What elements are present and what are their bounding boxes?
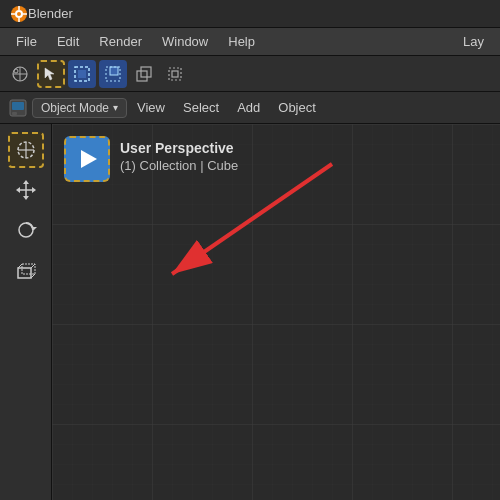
left-tools-panel <box>0 124 52 500</box>
svg-rect-22 <box>12 112 17 115</box>
viewport-text-block: User Perspective (1) Collection | Cube <box>120 136 238 173</box>
chevron-down-icon: ▾ <box>113 102 118 113</box>
select-box-icon <box>74 66 90 82</box>
svg-rect-19 <box>172 71 178 77</box>
main-area: User Perspective (1) Collection | Cube <box>0 124 500 500</box>
perspective-label: User Perspective <box>120 140 238 156</box>
svg-rect-15 <box>110 67 118 75</box>
header-object[interactable]: Object <box>270 97 324 118</box>
svg-line-37 <box>31 264 35 268</box>
cursor-tool-button[interactable] <box>8 132 44 168</box>
viewport-header-icon <box>6 96 30 120</box>
select-lasso-button[interactable] <box>99 60 127 88</box>
select-extra2-icon <box>167 66 183 82</box>
svg-point-10 <box>14 69 18 73</box>
play-icon <box>73 145 101 173</box>
select-box-button[interactable] <box>37 60 65 88</box>
svg-marker-31 <box>32 187 36 193</box>
svg-rect-21 <box>12 102 24 110</box>
svg-marker-11 <box>45 68 54 80</box>
svg-marker-30 <box>16 187 20 193</box>
svg-rect-34 <box>18 268 31 278</box>
transform-axes-button[interactable] <box>6 60 34 88</box>
collection-label: (1) Collection | Cube <box>120 158 238 173</box>
header-select[interactable]: Select <box>175 97 227 118</box>
viewport-3d[interactable]: User Perspective (1) Collection | Cube <box>52 124 500 500</box>
svg-marker-42 <box>81 150 97 168</box>
viewport-info: User Perspective (1) Collection | Cube <box>64 136 238 182</box>
viewport-mode-icon <box>64 136 110 182</box>
rotate-tool-icon <box>15 219 37 241</box>
svg-rect-16 <box>137 71 147 81</box>
select-extra1-icon <box>136 66 152 82</box>
svg-rect-17 <box>141 67 151 77</box>
toolbar <box>0 56 500 92</box>
svg-rect-18 <box>169 68 181 80</box>
svg-marker-29 <box>23 196 29 200</box>
svg-point-2 <box>17 12 21 16</box>
menu-window[interactable]: Window <box>154 31 216 52</box>
viewport-header: Object Mode ▾ View Select Add Object <box>0 92 500 124</box>
move-tool-button[interactable] <box>8 172 44 208</box>
select-extra1-button[interactable] <box>130 60 158 88</box>
menu-help[interactable]: Help <box>220 31 263 52</box>
title-bar: Blender <box>0 0 500 28</box>
menu-file[interactable]: File <box>8 31 45 52</box>
menu-bar: File Edit Render Window Help Lay <box>0 28 500 56</box>
box-tool-icon <box>15 259 37 281</box>
select-extra2-button[interactable] <box>161 60 189 88</box>
header-view[interactable]: View <box>129 97 173 118</box>
menu-render[interactable]: Render <box>91 31 150 52</box>
axes-icon <box>10 64 30 84</box>
select-cursor-icon <box>43 66 59 82</box>
app-title: Blender <box>28 6 73 21</box>
menu-edit[interactable]: Edit <box>49 31 87 52</box>
rotate-tool-button[interactable] <box>8 212 44 248</box>
svg-rect-13 <box>78 70 86 78</box>
blender-logo-icon <box>10 5 28 23</box>
box-tool-button[interactable] <box>8 252 44 288</box>
cursor-tool-icon <box>15 139 37 161</box>
select-lasso-icon <box>105 66 121 82</box>
header-add[interactable]: Add <box>229 97 268 118</box>
move-tool-icon <box>15 179 37 201</box>
select-circle-button[interactable] <box>68 60 96 88</box>
layout-button[interactable]: Lay <box>455 31 492 52</box>
mode-selector[interactable]: Object Mode ▾ <box>32 98 127 118</box>
svg-marker-28 <box>23 180 29 184</box>
mode-label: Object Mode <box>41 101 109 115</box>
